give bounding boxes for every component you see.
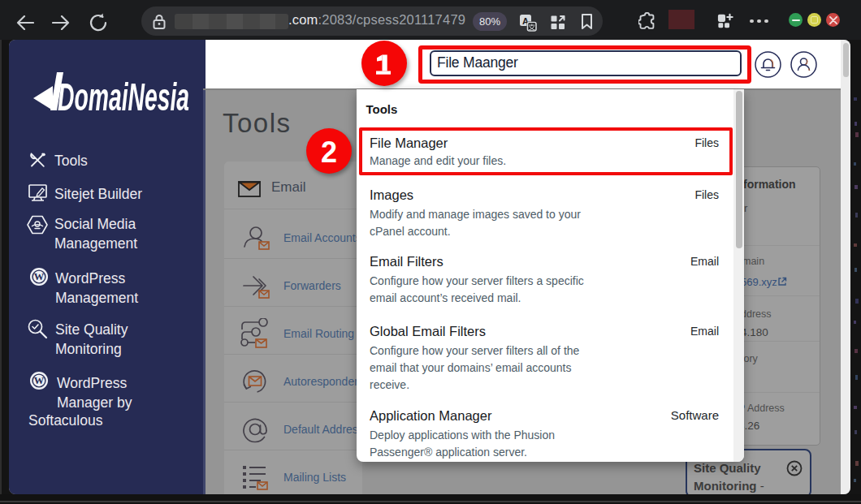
svg-text:W: W <box>34 271 45 282</box>
svg-text:W: W <box>34 375 45 386</box>
